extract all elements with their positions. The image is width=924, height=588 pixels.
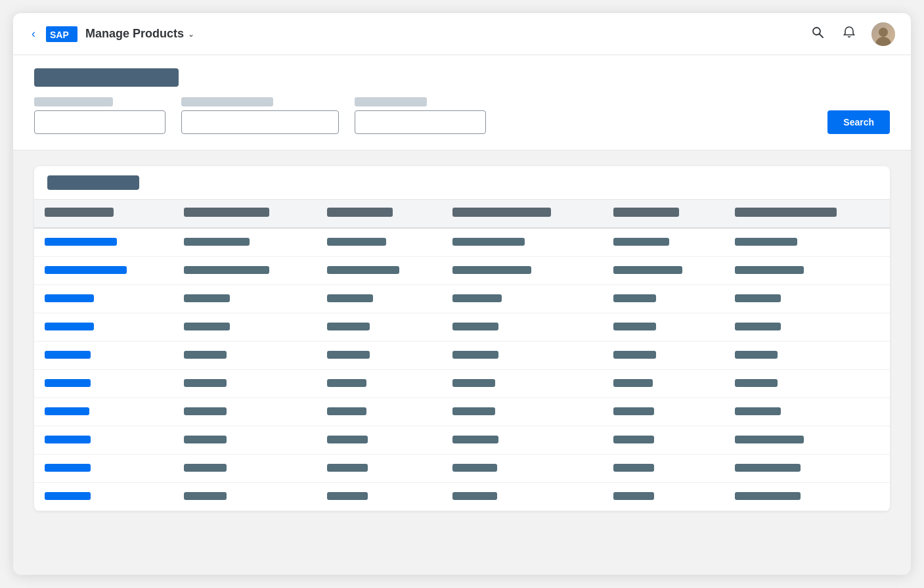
- col-header-supplier-text: [452, 208, 551, 217]
- cell-price: [613, 379, 653, 387]
- cell-supplier: [452, 238, 525, 246]
- search-filter-button[interactable]: Search: [827, 110, 890, 134]
- cell-price: [613, 436, 654, 443]
- cell-product-id: [45, 464, 91, 472]
- product-id-input[interactable]: [34, 110, 165, 134]
- header-left: ‹ SAP Manage Products ⌄: [29, 24, 194, 43]
- col-header-supplier: [442, 200, 603, 228]
- cell-status: [735, 464, 801, 472]
- col-header-price: [603, 200, 724, 228]
- cell-product-name: [184, 379, 227, 387]
- cell-price: [613, 464, 654, 472]
- table-row[interactable]: [34, 228, 890, 257]
- svg-line-3: [820, 34, 824, 38]
- table-row[interactable]: [34, 342, 890, 370]
- col-header-status: [724, 200, 890, 228]
- app-frame: ‹ SAP Manage Products ⌄: [13, 13, 911, 575]
- cell-product-name: [184, 436, 227, 443]
- cell-status: [735, 323, 781, 330]
- table-row[interactable]: [34, 313, 890, 342]
- product-name-input[interactable]: [181, 110, 339, 134]
- cell-category: [327, 351, 370, 359]
- cell-product-id: [45, 351, 91, 359]
- cell-status: [735, 238, 797, 246]
- table-row[interactable]: [34, 257, 890, 285]
- cell-price: [613, 407, 654, 415]
- avatar[interactable]: [871, 22, 895, 46]
- cell-status: [735, 294, 781, 302]
- app-title-container[interactable]: Manage Products ⌄: [85, 27, 194, 41]
- cell-category: [327, 379, 366, 387]
- cell-price: [613, 323, 656, 330]
- header-right: [808, 22, 895, 46]
- cell-price: [613, 294, 656, 302]
- table-row[interactable]: [34, 370, 890, 398]
- cell-product-name: [184, 464, 227, 472]
- table-row[interactable]: [34, 455, 890, 483]
- filter-section: Search: [13, 55, 911, 150]
- search-button[interactable]: [808, 23, 827, 45]
- col-header-product-id-text: [45, 208, 114, 217]
- cell-status: [735, 492, 801, 500]
- table-row[interactable]: [34, 285, 890, 313]
- table-title: [47, 175, 139, 190]
- table-container: [34, 166, 890, 511]
- header: ‹ SAP Manage Products ⌄: [13, 13, 911, 55]
- svg-text:SAP: SAP: [50, 30, 69, 40]
- field-label-category: [355, 97, 427, 106]
- cell-supplier: [452, 464, 497, 472]
- cell-category: [327, 436, 368, 443]
- filter-field-product-id: [34, 97, 165, 134]
- col-header-price-text: [613, 208, 679, 217]
- category-input[interactable]: [355, 110, 486, 134]
- cell-product-name: [184, 238, 250, 246]
- table-row[interactable]: [34, 483, 890, 511]
- back-button[interactable]: ‹: [29, 24, 38, 43]
- app-title: Manage Products: [85, 27, 184, 41]
- cell-status: [735, 436, 804, 443]
- table-row[interactable]: [34, 426, 890, 455]
- chevron-down-icon: ⌄: [188, 30, 194, 39]
- col-header-product-name: [173, 200, 317, 228]
- cell-product-id: [45, 323, 94, 330]
- cell-product-id: [45, 238, 117, 246]
- filter-title-bar: [34, 68, 890, 87]
- notifications-button[interactable]: [840, 23, 858, 45]
- cell-product-name: [184, 492, 227, 500]
- cell-product-name: [184, 266, 269, 274]
- cell-supplier: [452, 436, 498, 443]
- cell-supplier: [452, 266, 531, 274]
- cell-product-name: [184, 407, 227, 415]
- cell-price: [613, 238, 669, 246]
- col-header-product-name-text: [184, 208, 269, 217]
- cell-product-id: [45, 407, 89, 415]
- avatar-image: [871, 22, 895, 46]
- cell-supplier: [452, 379, 495, 387]
- table-body: [34, 228, 890, 511]
- sap-logo: SAP: [46, 26, 77, 42]
- field-label-product-id: [34, 97, 113, 106]
- table-row[interactable]: [34, 398, 890, 426]
- filter-field-product-name: [181, 97, 339, 134]
- filter-field-category: [355, 97, 486, 134]
- main-content: [13, 150, 911, 527]
- cell-status: [735, 351, 778, 359]
- cell-category: [327, 464, 368, 472]
- col-header-product-id: [34, 200, 173, 228]
- table-header-row: [34, 200, 890, 228]
- cell-category: [327, 238, 386, 246]
- cell-product-id: [45, 379, 91, 387]
- cell-status: [735, 266, 804, 274]
- cell-supplier: [452, 323, 498, 330]
- cell-product-id: [45, 294, 94, 302]
- cell-status: [735, 379, 778, 387]
- filter-fields: Search: [34, 97, 890, 134]
- products-table: [34, 200, 890, 511]
- cell-price: [613, 492, 654, 500]
- cell-category: [327, 492, 368, 500]
- search-icon: [811, 26, 824, 39]
- cell-supplier: [452, 407, 495, 415]
- cell-product-name: [184, 294, 230, 302]
- cell-price: [613, 351, 656, 359]
- col-header-status-text: [735, 208, 837, 217]
